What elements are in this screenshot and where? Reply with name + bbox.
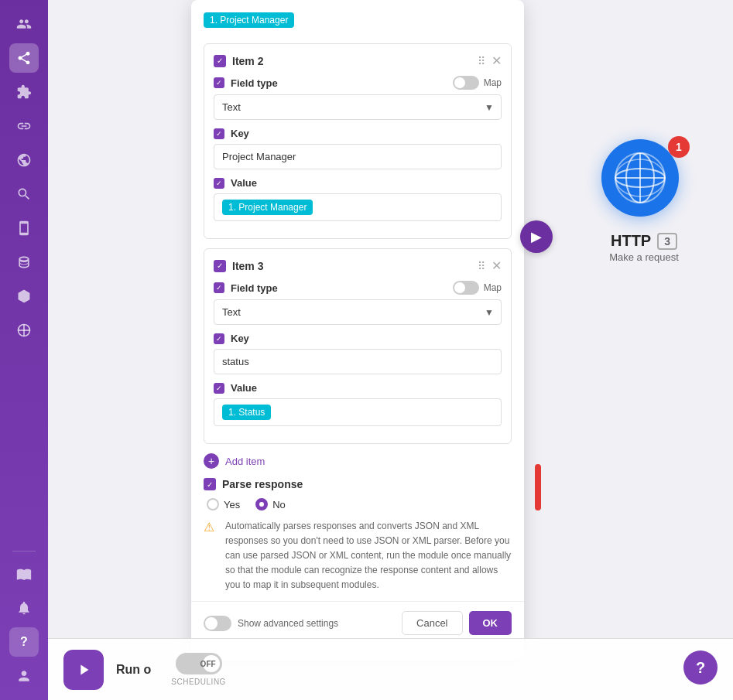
- radio-no-label: No: [272, 499, 286, 510]
- globe-svg: [614, 152, 666, 204]
- sidebar-icon-share[interactable]: [9, 43, 39, 73]
- play-icon: [75, 661, 92, 678]
- item2-value-label: Value: [231, 177, 257, 189]
- item2-fieldtype-select[interactable]: Text Number Boolean Date: [214, 94, 502, 120]
- scroll-indicator: [535, 464, 541, 510]
- item2-key-label: Key: [231, 128, 249, 139]
- http-node[interactable]: 1 HTTP 3 Make a request: [601, 139, 687, 263]
- item3-map-toggle[interactable]: [453, 281, 479, 295]
- item2-key-row: ✓ Key: [214, 128, 502, 169]
- item3-value-chip: 1. Status: [222, 405, 271, 420]
- cancel-button[interactable]: Cancel: [402, 611, 462, 635]
- radio-no-circle: [255, 498, 268, 510]
- radio-group: Yes No: [207, 498, 512, 510]
- item3-fieldtype-select-wrapper: Text Number Boolean Date ▼: [214, 299, 502, 325]
- item2-key-input[interactable]: [214, 144, 502, 169]
- http-icon-wrapper: 1: [601, 139, 687, 224]
- http-title: HTTP: [611, 232, 651, 250]
- run-label: Run o: [116, 663, 151, 677]
- item3-key-input[interactable]: [214, 349, 502, 374]
- item2-header: ✓ Item 2 ⠿ ✕: [214, 53, 502, 68]
- item3-value-input-wrapper[interactable]: 1. Status: [214, 398, 502, 426]
- item2-map-toggle[interactable]: [453, 76, 479, 90]
- item3-value-checkbox[interactable]: ✓: [214, 383, 224, 394]
- item3-close-icon[interactable]: ✕: [492, 258, 502, 273]
- http-globe-outer: [601, 139, 679, 217]
- item3-fieldtype-checkbox[interactable]: ✓: [214, 282, 224, 293]
- http-number-box: 3: [657, 233, 677, 250]
- radio-no[interactable]: No: [255, 498, 286, 510]
- scheduling-group: OFF SCHEDULING: [171, 653, 226, 686]
- scheduling-label: SCHEDULING: [171, 678, 226, 686]
- item3-key-row: ✓ Key: [214, 333, 502, 374]
- item3-value-label: Value: [231, 382, 257, 394]
- sidebar-icon-users[interactable]: [9, 9, 39, 39]
- item2-value-checkbox[interactable]: ✓: [214, 178, 224, 189]
- advanced-settings-label: Show advanced settings: [238, 618, 338, 629]
- item3-fieldtype-select[interactable]: Text Number Boolean Date: [214, 299, 502, 325]
- sidebar-icon-flow[interactable]: [9, 316, 39, 345]
- sidebar-icon-globe[interactable]: [9, 145, 39, 175]
- add-item-label: Add item: [225, 456, 265, 467]
- item2-fieldtype-label: Field type: [231, 77, 278, 89]
- http-badge: 1: [668, 136, 690, 158]
- item2-close-icon[interactable]: ✕: [492, 53, 502, 68]
- item3-value-row: ✓ Value 1. Status: [214, 382, 502, 426]
- item2-value-chip: 1. Project Manager: [222, 200, 313, 215]
- item2-map-label: Map: [484, 77, 502, 88]
- sidebar-icon-user-avatar[interactable]: [9, 661, 39, 691]
- item3-title: Item 3: [232, 260, 263, 272]
- item2-key-checkbox[interactable]: ✓: [214, 128, 224, 139]
- sidebar-icon-question[interactable]: ?: [9, 627, 39, 657]
- main-area: 1. Project Manager ✓ Item 2 ⠿ ✕: [48, 0, 733, 700]
- item3-field-type-row: ✓ Field type Map Text Number Boolean: [214, 281, 502, 325]
- sidebar-icon-cube[interactable]: [9, 282, 39, 311]
- item2-value-row: ✓ Value 1. Project Manager: [214, 177, 502, 221]
- http-label-row: HTTP 3: [611, 232, 677, 250]
- item2-fieldtype-checkbox[interactable]: ✓: [214, 77, 224, 88]
- add-item-icon: +: [204, 453, 219, 469]
- item3-block: ✓ Item 3 ⠿ ✕ ✓ Field type: [204, 248, 512, 444]
- form-panel: 1. Project Manager ✓ Item 2 ⠿ ✕: [191, 0, 524, 660]
- item2-fieldtype-select-wrapper: Text Number Boolean Date ▼: [214, 94, 502, 120]
- top-value-chip: 1. Project Manager: [204, 12, 294, 28]
- item3-drag-icon[interactable]: ⠿: [478, 260, 485, 272]
- item3-map-label: Map: [484, 282, 502, 293]
- sidebar-icon-mobile[interactable]: [9, 213, 39, 243]
- radio-yes[interactable]: Yes: [207, 498, 240, 510]
- item2-field-type-row: ✓ Field type Map Text Number Boolean: [214, 76, 502, 120]
- advanced-settings-group: Show advanced settings: [204, 616, 338, 631]
- footer-buttons: Cancel OK: [402, 611, 512, 635]
- advanced-toggle[interactable]: [204, 616, 231, 631]
- bottom-bar: Run o OFF SCHEDULING: [48, 638, 733, 700]
- item2-checkbox[interactable]: ✓: [214, 55, 226, 67]
- item3-key-label: Key: [231, 333, 249, 344]
- add-item-row[interactable]: + Add item: [204, 453, 512, 469]
- parse-checkbox[interactable]: ✓: [204, 478, 216, 490]
- item3-checkbox[interactable]: ✓: [214, 260, 226, 272]
- item3-header: ✓ Item 3 ⠿ ✕: [214, 258, 502, 273]
- sidebar-icon-bell[interactable]: [9, 593, 39, 623]
- scheduling-toggle[interactable]: [176, 653, 222, 674]
- sidebar: ?: [0, 0, 48, 700]
- info-text: Automatically parses responses and conve…: [225, 521, 511, 590]
- info-icon: ⚠: [204, 520, 214, 534]
- run-button[interactable]: [63, 650, 104, 690]
- item2-value-input-wrapper[interactable]: 1. Project Manager: [214, 193, 502, 221]
- item2-block: ✓ Item 2 ⠿ ✕ ✓ Field type: [204, 43, 512, 239]
- ok-button[interactable]: OK: [469, 611, 512, 635]
- sidebar-icon-search[interactable]: [9, 179, 39, 209]
- item3-key-checkbox[interactable]: ✓: [214, 333, 224, 344]
- help-button[interactable]: ?: [683, 650, 718, 685]
- radio-yes-circle: [207, 498, 219, 510]
- parse-response-section: ✓ Parse response Yes No ⚠ Automatically: [204, 478, 512, 592]
- item2-title: Item 2: [232, 55, 263, 67]
- sidebar-icon-link[interactable]: [9, 111, 39, 141]
- item2-drag-icon[interactable]: ⠿: [478, 55, 485, 67]
- info-box: ⚠ Automatically parses responses and con…: [204, 518, 512, 592]
- arrow-connector[interactable]: ▶: [520, 220, 553, 253]
- sidebar-icon-puzzle[interactable]: [9, 77, 39, 107]
- sidebar-icon-book[interactable]: [9, 559, 39, 589]
- sidebar-icon-database[interactable]: [9, 248, 39, 277]
- item3-fieldtype-label: Field type: [231, 282, 278, 294]
